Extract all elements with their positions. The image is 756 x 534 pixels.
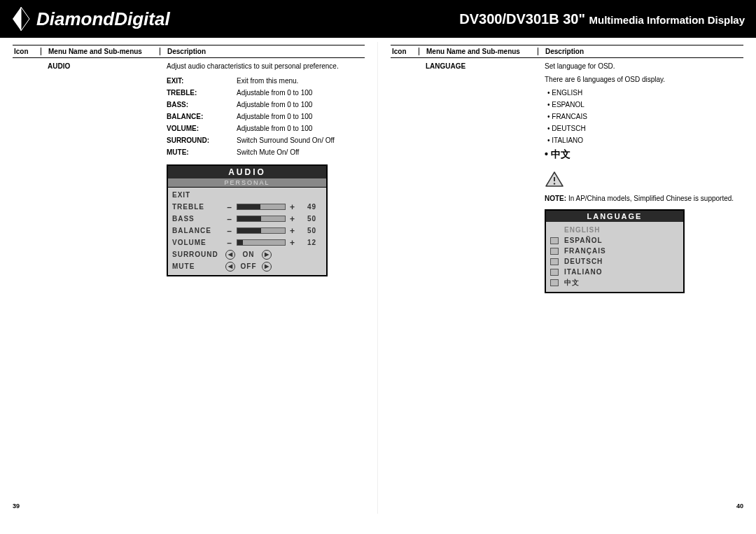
- osd-audio-row: EXIT: [172, 189, 322, 201]
- osd-audio-row: BASS–+50: [172, 213, 322, 225]
- osd-language-label: FRANÇAIS: [564, 247, 606, 255]
- osd-row-label: BASS: [172, 215, 223, 223]
- table-body-right: LANGUAGE Set language for OSD. There are…: [391, 58, 743, 293]
- osd-audio-screenshot: AUDIO PERSONAL EXITTREBLE–+49BASS–+50BAL…: [167, 164, 328, 276]
- table-body-left: AUDIO Adjust audio characteristics to su…: [13, 58, 365, 276]
- audio-sub-desc: Adjustable from 0 to 100: [237, 89, 365, 97]
- audio-sub-label: EXIT:: [167, 77, 237, 85]
- audio-sub-row: BASS:Adjustable from 0 to 100: [167, 101, 365, 108]
- audio-description: Adjust audio characteristics to suit per…: [167, 62, 365, 70]
- language-bullet-item: ESPANOL: [545, 101, 743, 108]
- flag-icon: [550, 258, 559, 265]
- osd-row-label: EXIT: [172, 191, 223, 199]
- diamond-icon: [11, 6, 31, 31]
- osd-language-label: DEUTSCH: [564, 258, 603, 265]
- svg-point-3: [554, 183, 555, 184]
- osd-slider-value: 49: [300, 203, 316, 211]
- audio-sub-label: MUTE:: [167, 148, 237, 156]
- osd-language-title: LANGUAGE: [546, 211, 683, 222]
- menu-cell-left: AUDIO: [41, 62, 160, 276]
- col-desc-header: Description: [538, 48, 743, 55]
- table-header-right: Icon Menu Name and Sub-menus Description: [391, 45, 743, 58]
- audio-sub-desc: Adjustable from 0 to 100: [237, 101, 365, 108]
- note-label: NOTE:: [545, 195, 566, 202]
- osd-language-screenshot: LANGUAGE ENGLISHESPAÑOLFRANÇAISDEUTSCHIT…: [545, 209, 685, 293]
- language-bullet-item: FRANCAIS: [545, 113, 743, 120]
- audio-sub-desc: Switch Surround Sound On/ Off: [237, 136, 365, 144]
- col-menu-header: Menu Name and Sub-menus: [419, 48, 538, 55]
- osd-minus-icon: –: [225, 238, 234, 248]
- osd-arrow-left-icon: ◀: [225, 262, 235, 272]
- osd-plus-icon: +: [288, 202, 297, 212]
- osd-language-label: ENGLISH: [564, 226, 600, 234]
- osd-toggle-state: ON: [238, 251, 259, 258]
- osd-audio-body: EXITTREBLE–+49BASS–+50BALANCE–+50VOLUME–…: [168, 188, 326, 275]
- col-desc-header: Description: [160, 48, 365, 55]
- osd-audio-row: SURROUND◀ON▶: [172, 248, 322, 260]
- col-icon-header: Icon: [13, 48, 41, 55]
- osd-row-label: SURROUND: [172, 251, 223, 258]
- desc-cell-right: Set language for OSD. There are 6 langua…: [538, 62, 743, 293]
- audio-sub-label: TREBLE:: [167, 89, 237, 97]
- flag-icon: [550, 227, 559, 234]
- audio-sub-label: BASS:: [167, 101, 237, 108]
- osd-language-row: ENGLISH: [550, 225, 679, 235]
- osd-minus-icon: –: [225, 214, 234, 224]
- page-left: Icon Menu Name and Sub-menus Description…: [0, 42, 378, 514]
- desc-cell-left: Adjust audio characteristics to suit per…: [160, 62, 365, 276]
- osd-plus-icon: +: [288, 214, 297, 224]
- osd-language-label: ITALIANO: [564, 268, 602, 276]
- audio-sub-row: VOLUME:Adjustable from 0 to 100: [167, 125, 365, 132]
- osd-row-label: BALANCE: [172, 227, 223, 234]
- osd-plus-icon: +: [288, 226, 297, 236]
- note-text: In AP/China models, Simplified Chinese i…: [568, 195, 734, 202]
- osd-slider-fill: [237, 216, 261, 221]
- audio-sub-desc: Switch Mute On/ Off: [237, 148, 365, 156]
- osd-language-row: ESPAÑOL: [550, 235, 679, 246]
- language-bullet-item: ENGLISH: [545, 89, 743, 97]
- osd-slider-value: 12: [300, 239, 316, 246]
- osd-audio-row: TREBLE–+49: [172, 201, 322, 213]
- osd-language-row: FRANÇAIS: [550, 246, 679, 256]
- osd-minus-icon: –: [225, 226, 234, 236]
- audio-sub-label: SURROUND:: [167, 136, 237, 144]
- language-desc-2: There are 6 languages of OSD display.: [545, 76, 743, 83]
- osd-row-label: VOLUME: [172, 239, 223, 246]
- page-right: Icon Menu Name and Sub-menus Description…: [378, 42, 756, 514]
- page-header: DiamondDigital DV300/DV301B 30" Multimed…: [0, 0, 756, 38]
- svg-marker-1: [21, 7, 29, 31]
- osd-language-label: 中文: [564, 278, 580, 288]
- note-row: NOTE: In AP/China models, Simplified Chi…: [545, 195, 743, 202]
- audio-sub-label: BALANCE:: [167, 113, 237, 120]
- osd-language-label: ESPAÑOL: [564, 237, 603, 244]
- osd-audio-row: VOLUME–+12: [172, 237, 322, 248]
- language-cjk-bullet: • 中文: [545, 148, 743, 161]
- flag-icon: [550, 279, 559, 286]
- osd-row-label: TREBLE: [172, 203, 223, 211]
- osd-arrow-right-icon: ▶: [262, 250, 272, 260]
- osd-arrow-right-icon: ▶: [262, 262, 272, 272]
- osd-minus-icon: –: [225, 202, 234, 212]
- osd-slider-bar: [237, 227, 286, 234]
- model-prefix: DV300/DV301B 30": [459, 11, 585, 27]
- osd-slider-fill: [237, 240, 243, 245]
- osd-slider-fill: [237, 228, 261, 233]
- icon-cell-left: [13, 62, 41, 276]
- model-text: DV300/DV301B 30" Multimedia Information …: [459, 11, 745, 27]
- osd-language-row: ITALIANO: [550, 267, 679, 277]
- model-suffix: Multimedia Information Display: [589, 14, 745, 26]
- language-desc-1: Set language for OSD.: [545, 62, 743, 70]
- osd-slider-value: 50: [300, 215, 316, 223]
- osd-arrow-left-icon: ◀: [225, 250, 235, 260]
- audio-sub-row: BALANCE:Adjustable from 0 to 100: [167, 113, 365, 120]
- audio-sub-desc: Adjustable from 0 to 100: [237, 125, 365, 132]
- audio-sub-row: EXIT:Exit from this menu.: [167, 77, 365, 85]
- table-header-left: Icon Menu Name and Sub-menus Description: [13, 45, 365, 58]
- osd-slider-fill: [237, 204, 260, 209]
- osd-language-row: 中文: [550, 277, 679, 288]
- osd-row-label: MUTE: [172, 262, 223, 270]
- osd-plus-icon: +: [288, 238, 297, 248]
- osd-slider-bar: [237, 239, 286, 246]
- audio-sub-label: VOLUME:: [167, 125, 237, 132]
- language-bullet-item: ITALIANO: [545, 136, 743, 144]
